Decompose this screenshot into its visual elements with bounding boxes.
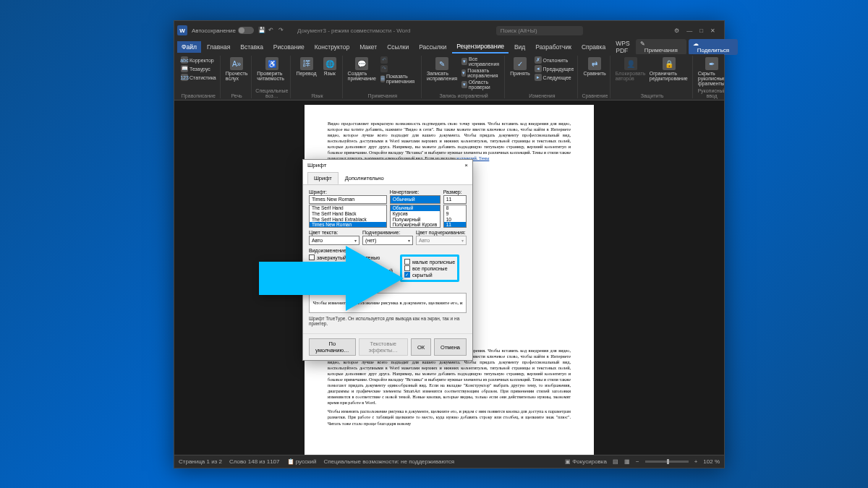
font-style-input[interactable]: Обычный [390,195,441,204]
titlebar: W Автосохранение 💾 ↶ ↷ Документ3 - режим… [174,21,724,40]
zoom-slider[interactable] [645,461,689,463]
zoom-level[interactable]: 102 % [703,458,720,465]
search-input[interactable]: Поиск (Alt+Ы) [496,26,583,35]
size-list-item[interactable]: 8 [444,205,466,211]
ok-button[interactable]: ОК [411,338,431,356]
read-aloud-button[interactable]: A»Прочесть вслух [224,56,250,82]
hide-ink-button[interactable]: ✒Скрыть рукописные фрагменты [697,56,724,87]
checkbox-allcaps[interactable]: все прописные [404,265,455,271]
checkbox-icon [404,259,410,265]
zoom-in-icon[interactable]: + [694,458,698,465]
check-accessibility-button[interactable]: ♿Проверить читаемость [255,56,288,82]
font-list-item[interactable]: The Serif Hand [310,205,386,211]
size-list-item-selected[interactable]: 11 [444,222,466,228]
autosave-toggle[interactable]: Автосохранение [192,27,254,34]
tab-review[interactable]: Рецензирование [452,40,509,53]
style-list-item[interactable]: Курсив [391,211,440,217]
size-list[interactable]: 8 9 10 11 12 [443,205,467,228]
tab-insert[interactable]: Вставка [236,41,268,53]
tab-home[interactable]: Главная [203,41,234,53]
size-list-item[interactable]: 10 [444,217,466,223]
font-list[interactable]: The Serif Hand The Serif Hand Black The … [309,205,387,228]
ribbon-options-icon[interactable]: ⚙ [674,27,679,34]
paragraph[interactable]: Чтобы изменить расположение рисунка в до… [328,408,571,426]
font-name-input[interactable]: Times New Roman [309,195,387,204]
ribbon-group-changes: ✓Принять ✗Отклонить ◂Предыдущее ▸Следующ… [506,56,578,98]
minimize-icon[interactable]: — [686,27,692,34]
restrict-editing-button[interactable]: 🔒Ограничить редактирование [648,56,690,82]
comments-button[interactable]: ✎ Примечания [636,39,686,55]
editor-icon: abc [181,56,188,64]
next-comment-button[interactable]: ↷ [379,64,419,73]
editor-button[interactable]: abcКорректор [179,56,218,64]
ribbon-group-comments: 💬Создать примечание ↶ ↷ ☰Показать примеч… [344,56,422,98]
accept-button[interactable]: ✓Принять [509,56,531,77]
tab-mailings[interactable]: Рассылки [414,41,451,53]
display-mode-select[interactable]: ▾Все исправления [460,56,502,67]
new-comment-button[interactable]: 💬Создать примечание [346,56,378,82]
tab-developer[interactable]: Разработчик [531,41,576,53]
tab-file[interactable]: Файл [177,41,201,53]
style-list-item[interactable]: Полужирный [391,217,440,223]
accessibility-status[interactable]: Специальные возможности: не поддерживают… [323,458,454,465]
maximize-icon[interactable]: □ [699,27,703,34]
text-color-select[interactable]: Авто [309,236,359,245]
tab-design[interactable]: Конструктор [310,41,354,53]
style-list[interactable]: Обычный Курсив Полужирный Полужирный Кур… [390,205,441,228]
text-effects-button[interactable]: Текстовые эффекты… [359,338,408,356]
save-icon[interactable]: 💾 [258,27,265,34]
tab-references[interactable]: Ссылки [383,41,413,53]
compare-button[interactable]: ⇄Сравнить [582,56,607,77]
cancel-button[interactable]: Отмена [434,338,467,356]
dialog-close-icon[interactable]: × [464,162,468,168]
dialog-titlebar: Шрифт × [303,160,472,171]
size-list-item[interactable]: 9 [444,211,466,217]
show-comments-button[interactable]: ☰Показать примечания [379,73,419,85]
underline-color-select[interactable]: Авто [416,236,467,245]
track-changes-button[interactable]: ✎Записать исправления [425,56,459,82]
share-button[interactable]: ☁ Поделиться [689,39,738,55]
ribbon-group-proofing: abcКорректор 📖Тезаурус 123Статистика Пра… [177,56,221,98]
word-count-button[interactable]: 123Статистика [179,73,218,82]
stats-icon: 123 [181,74,188,81]
reject-button[interactable]: ✗Отклонить [533,56,576,64]
style-list-item[interactable]: Полужирный Курсив [391,222,440,228]
next-change-button[interactable]: ▸Следующее [533,73,576,82]
word-count[interactable]: Слово 148 из 1107 [229,458,280,465]
font-list-item[interactable]: The Serif Hand Extrablack [310,217,386,223]
font-size-input[interactable]: 11 [443,195,467,204]
tab-advanced-dialog[interactable]: Дополнительно [339,172,391,184]
font-list-item-selected[interactable]: Times New Roman [310,222,386,228]
previous-change-button[interactable]: ◂Предыдущее [533,64,576,73]
undo-icon[interactable]: ↶ [268,27,276,34]
checkbox-smallcaps[interactable]: малые прописные [404,259,455,265]
tab-help[interactable]: Справка [577,41,610,53]
style-label: Начертание: [390,189,441,194]
language-button[interactable]: 🌐Язык [320,56,340,77]
close-icon[interactable]: ✕ [710,27,715,34]
reviewing-pane-button[interactable]: ▾Область проверки [460,79,502,90]
tab-view[interactable]: Вид [510,41,529,53]
tab-draw[interactable]: Рисование [269,41,309,53]
redo-icon[interactable]: ↷ [278,27,286,34]
tab-font-dialog[interactable]: Шрифт [307,172,339,184]
set-default-button[interactable]: По умолчанию… [309,338,356,356]
language-indicator[interactable]: 📋 русский [287,458,317,465]
style-list-item-selected[interactable]: Обычный [391,205,440,211]
view-web-icon[interactable]: ▦ [624,458,630,465]
toggle-switch-icon[interactable] [238,27,254,34]
translate-button[interactable]: 譯Перевод [294,56,318,77]
ink-icon: ✒ [705,57,718,70]
zoom-out-icon[interactable]: − [636,458,639,465]
font-list-item[interactable]: The Serif Hand Black [310,211,386,217]
thesaurus-button[interactable]: 📖Тезаурус [179,64,218,73]
view-print-icon[interactable]: ▤ [613,458,618,465]
focus-mode-button[interactable]: ▣ Фокусировка [565,458,607,465]
page-indicator[interactable]: Страница 1 из 2 [179,458,222,465]
show-markup-button[interactable]: ▾Показать исправления [460,67,502,79]
paragraph[interactable]: Видео предоставляет прекрасную возможнос… [328,121,571,161]
tab-layout[interactable]: Макет [355,41,381,53]
checkbox-hidden[interactable]: скрытый [404,272,455,278]
prev-comment-button[interactable]: ↶ [379,56,419,64]
underline-select[interactable]: (нет) [362,236,413,245]
